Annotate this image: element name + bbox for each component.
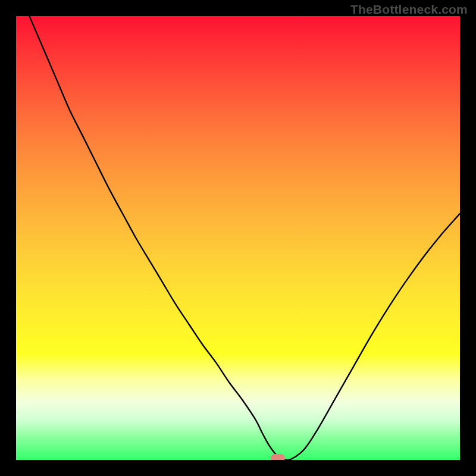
chart-frame: TheBottleneck.com xyxy=(0,0,476,476)
current-config-marker xyxy=(271,454,285,460)
bottleneck-curve xyxy=(16,16,460,460)
watermark-text: TheBottleneck.com xyxy=(350,2,468,17)
plot-area xyxy=(16,16,460,460)
